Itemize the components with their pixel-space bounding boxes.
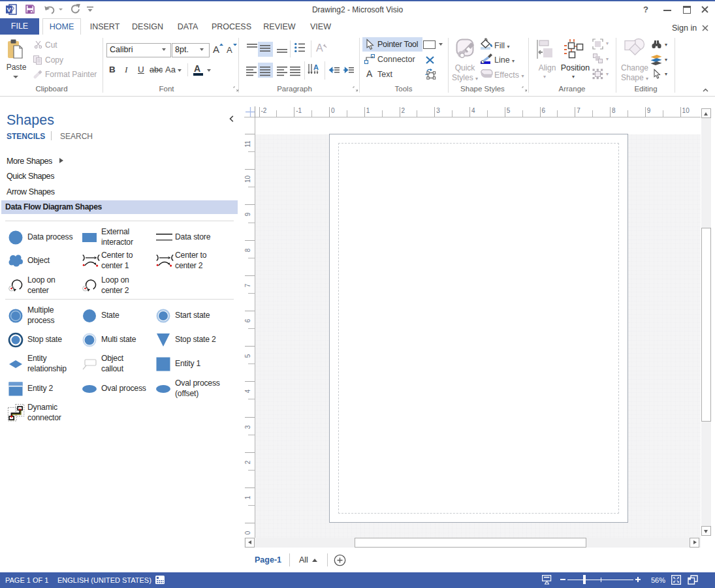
svg-text:A: A bbox=[313, 63, 319, 71]
svg-text:A: A bbox=[316, 42, 323, 54]
svg-text:A: A bbox=[213, 44, 219, 55]
svg-text:A: A bbox=[227, 45, 232, 55]
